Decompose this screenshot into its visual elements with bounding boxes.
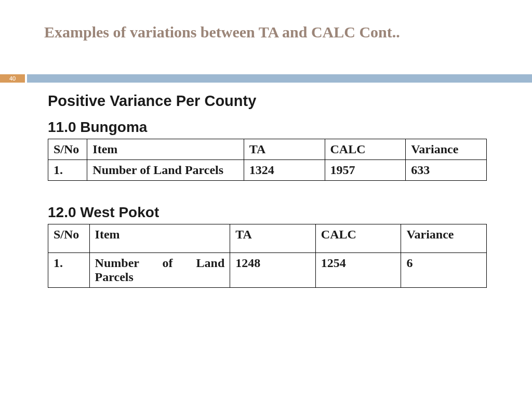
divider-fill — [27, 74, 532, 83]
cell-ta: 1248 — [230, 253, 316, 288]
divider-bar: 40 — [0, 74, 532, 83]
cell-sno: 1. — [48, 160, 87, 181]
header-variance: Variance — [406, 139, 487, 160]
cell-variance: 633 — [406, 160, 487, 181]
table-header-row: S/No Item TA CALC Variance — [48, 139, 487, 160]
cell-calc: 1254 — [315, 253, 401, 288]
table-row: 1. Number of Land Parcels 1248 1254 6 — [48, 253, 487, 288]
page-number-badge: 40 — [0, 74, 25, 83]
cell-variance: 6 — [401, 253, 487, 288]
county-heading-westpokot: 12.0 West Pokot — [48, 204, 501, 221]
table-header-row: S/No Item TA CALC Variance — [48, 224, 487, 253]
cell-item: Number of Land Parcels — [87, 160, 244, 181]
header-ta: TA — [230, 224, 316, 253]
header-variance: Variance — [401, 224, 487, 253]
content-area: Positive Variance Per County 11.0 Bungom… — [48, 92, 501, 311]
table-westpokot: S/No Item TA CALC Variance 1. Number of … — [48, 224, 487, 288]
header-sno: S/No — [48, 224, 90, 253]
cell-calc: 1957 — [325, 160, 406, 181]
table-bungoma: S/No Item TA CALC Variance 1. Number of … — [48, 139, 487, 181]
cell-ta: 1324 — [244, 160, 325, 181]
county-heading-bungoma: 11.0 Bungoma — [48, 119, 501, 136]
cell-item: Number of Land Parcels — [89, 253, 230, 288]
header-calc: CALC — [315, 224, 401, 253]
header-calc: CALC — [325, 139, 406, 160]
header-sno: S/No — [48, 139, 87, 160]
header-ta: TA — [244, 139, 325, 160]
cell-sno: 1. — [48, 253, 90, 288]
table-row: 1. Number of Land Parcels 1324 1957 633 — [48, 160, 487, 181]
section-title: Positive Variance Per County — [48, 92, 501, 110]
header-item: Item — [87, 139, 244, 160]
header-item: Item — [89, 224, 230, 253]
slide-title: Examples of variations between TA and CA… — [0, 0, 532, 41]
